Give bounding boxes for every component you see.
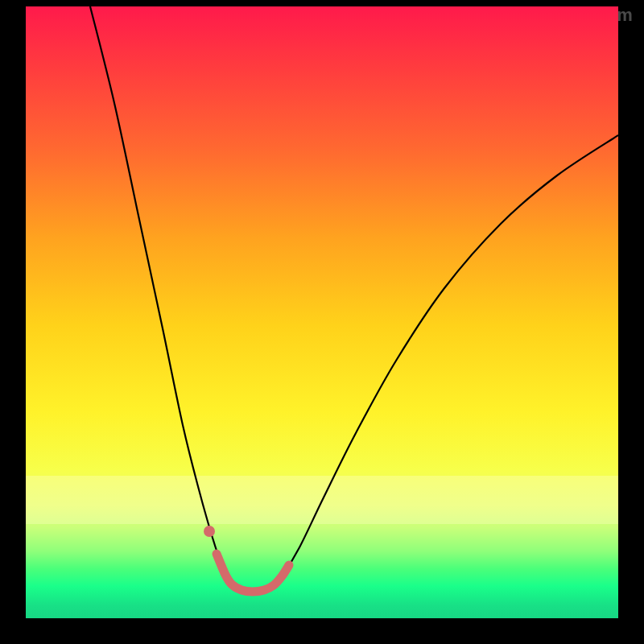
highlight-segments bbox=[217, 554, 289, 592]
chart-frame bbox=[26, 6, 618, 618]
chart-svg bbox=[26, 6, 618, 618]
marker-lone-dot bbox=[204, 526, 215, 537]
bottleneck-curve bbox=[90, 6, 618, 591]
highlight-markers bbox=[204, 526, 215, 537]
